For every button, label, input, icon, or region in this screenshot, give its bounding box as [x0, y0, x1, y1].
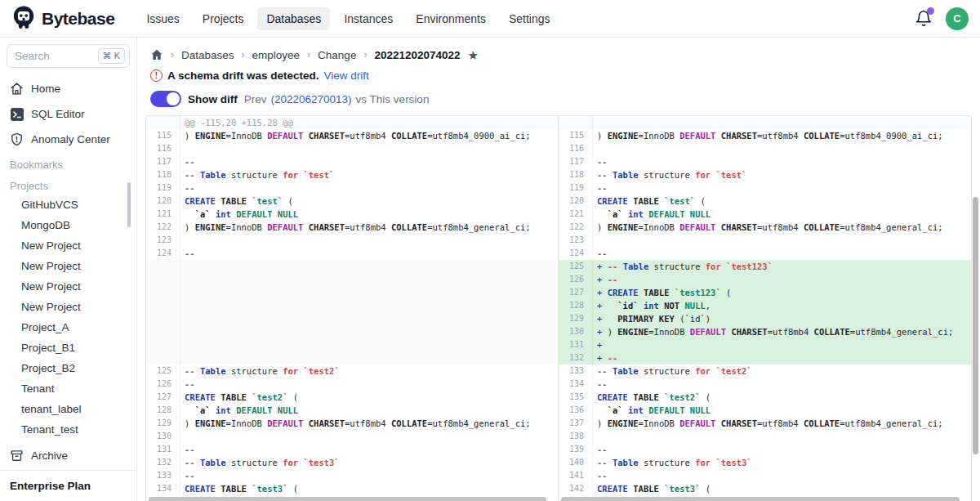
- code-line: [180, 430, 558, 443]
- diff-row: 123: [559, 234, 971, 247]
- diff-row: 117--: [146, 155, 558, 168]
- code-line: `a` int DEFAULT NULL: [593, 404, 971, 417]
- code-line: [180, 312, 558, 325]
- sidebar-project-tenant-label[interactable]: tenant_label: [0, 399, 136, 419]
- diff-row: 120CREATE TABLE `test` (: [146, 195, 558, 208]
- search-box[interactable]: ⌘ K: [7, 44, 130, 68]
- search-input[interactable]: [15, 50, 95, 62]
- code-line: ) ENGINE=InnoDB DEFAULT CHARSET=utf8mb4 …: [593, 417, 971, 430]
- diff-row-added: 129+ PRIMARY KEY (`id`): [559, 312, 971, 325]
- line-number: 129: [559, 312, 593, 325]
- sidebar-project-tenant[interactable]: Tenant: [0, 378, 136, 399]
- diff-row: 130: [146, 430, 558, 443]
- line-number: [146, 299, 180, 312]
- code-line: --: [180, 469, 558, 482]
- sidebar-item-home[interactable]: Home: [0, 76, 136, 101]
- line-number: 133: [146, 469, 180, 482]
- sidebar-project-tenanttidb[interactable]: TenantTiDB: [0, 440, 136, 441]
- line-number: 123: [559, 234, 593, 247]
- sidebar-project-new-project[interactable]: New Project: [0, 297, 136, 317]
- sidebar-project-project-b1[interactable]: Project_B1: [0, 338, 136, 358]
- line-number: 126: [146, 378, 180, 391]
- code-line: CREATE TABLE `test3` (: [180, 482, 558, 495]
- line-number: 119: [559, 181, 593, 195]
- diff-row: 127CREATE TABLE `test2` (: [146, 391, 558, 404]
- code-line: ) ENGINE=InnoDB DEFAULT CHARSET=utf8mb4 …: [593, 221, 971, 234]
- line-number: 129: [146, 417, 180, 430]
- line-number: 120: [559, 195, 593, 208]
- sidebar-section-bookmarks: Bookmarks: [0, 152, 136, 173]
- breadcrumb-home-icon[interactable]: [150, 48, 163, 61]
- sidebar-project-project-a[interactable]: Project_A: [0, 317, 136, 338]
- diff-row: 124--: [146, 247, 558, 260]
- code-line: --: [593, 469, 971, 482]
- code-line: --: [593, 443, 971, 456]
- sidebar-project-githubvcs[interactable]: GitHubVCS: [0, 195, 136, 215]
- main-vertical-scrollbar-thumb[interactable]: [973, 197, 978, 454]
- line-number: 116: [559, 142, 593, 155]
- prev-version-link[interactable]: (202206270013): [271, 93, 352, 105]
- bytebase-logo-icon: [11, 5, 36, 33]
- line-number: [146, 273, 180, 286]
- line-number: 123: [146, 234, 180, 247]
- notification-bell-icon[interactable]: [915, 10, 933, 28]
- code-line: [180, 142, 558, 155]
- brand-name: Bytebase: [42, 9, 114, 29]
- avatar[interactable]: C: [946, 7, 969, 30]
- schema-drift-alert: ! A schema drift was detected. View drif…: [137, 66, 980, 85]
- line-number: 121: [559, 208, 593, 221]
- right-horizontal-scrollbar: [559, 495, 971, 501]
- breadcrumb-separator: ›: [363, 49, 367, 60]
- breadcrumb-item-databases[interactable]: Databases: [181, 49, 234, 61]
- code-line: [593, 116, 971, 129]
- line-number: [146, 351, 180, 365]
- diff-row: 129) ENGINE=InnoDB DEFAULT CHARSET=utf8m…: [146, 417, 558, 430]
- show-diff-toggle[interactable]: [150, 91, 181, 107]
- sidebar-project-new-project[interactable]: New Project: [0, 256, 136, 276]
- diff-row: 137) ENGINE=InnoDB DEFAULT CHARSET=utf8m…: [559, 417, 971, 430]
- diff-hunk-header: [559, 116, 971, 129]
- sidebar-item-sql-editor[interactable]: SQL Editor: [0, 101, 136, 127]
- bytebase-logo[interactable]: Bytebase: [11, 5, 114, 33]
- sidebar-item-archive[interactable]: Archive: [0, 441, 136, 470]
- sidebar-project-new-project[interactable]: New Project: [0, 235, 136, 256]
- main-nav: IssuesProjectsDatabasesInstancesEnvironm…: [137, 7, 559, 30]
- breadcrumb-item-employee[interactable]: employee: [252, 49, 301, 61]
- code-line: +: [593, 338, 971, 351]
- diff-row: 116: [559, 142, 971, 155]
- alert-icon: !: [150, 69, 163, 82]
- code-line: + --: [593, 273, 971, 286]
- line-number: 115: [146, 129, 180, 142]
- line-number: [146, 338, 180, 351]
- diff-toolbar: Show diff Prev (202206270013) vs This ve…: [137, 85, 980, 114]
- code-line: [593, 430, 971, 443]
- sidebar-project-mongodb[interactable]: MongoDB: [0, 215, 136, 235]
- diff-row: 122) ENGINE=InnoDB DEFAULT CHARSET=utf8m…: [559, 221, 971, 234]
- code-line: ) ENGINE=InnoDB DEFAULT CHARSET=utf8mb4 …: [180, 417, 558, 430]
- breadcrumb-item-change[interactable]: Change: [318, 49, 356, 61]
- sidebar-project-project-b2[interactable]: Project_B2: [0, 358, 136, 378]
- breadcrumb-item-20221202074022[interactable]: 20221202074022: [374, 49, 460, 61]
- nav-item-projects[interactable]: Projects: [194, 7, 253, 30]
- nav-item-databases[interactable]: Databases: [257, 7, 330, 30]
- view-drift-link[interactable]: View drift: [324, 69, 369, 82]
- nav-item-issues[interactable]: Issues: [137, 7, 188, 30]
- sidebar-project-new-project[interactable]: New Project: [0, 276, 136, 297]
- line-number: 137: [559, 417, 593, 430]
- line-number: 130: [146, 430, 180, 443]
- left-horizontal-scrollbar-thumb[interactable]: [149, 497, 546, 501]
- nav-item-settings[interactable]: Settings: [500, 7, 559, 30]
- diff-row: 120CREATE TABLE `test` (: [559, 195, 971, 208]
- sidebar-item-anomaly-center[interactable]: Anomaly Center: [0, 127, 136, 152]
- bookmark-star-icon[interactable]: ★: [468, 49, 479, 61]
- right-horizontal-scrollbar-thumb[interactable]: [561, 497, 960, 501]
- nav-item-environments[interactable]: Environments: [407, 7, 495, 30]
- line-number: 132: [146, 456, 180, 469]
- sidebar-project-tenant-test[interactable]: Tenant_test: [0, 419, 136, 440]
- sidebar-scrollbar-thumb[interactable]: [127, 182, 131, 227]
- nav-item-instances[interactable]: Instances: [335, 7, 402, 30]
- line-number: 131: [146, 443, 180, 456]
- diff-hunk-header: @@ -115,20 +115,28 @@: [146, 116, 558, 129]
- code-line: --: [180, 378, 558, 391]
- diff-row: 122) ENGINE=InnoDB DEFAULT CHARSET=utf8m…: [146, 221, 558, 234]
